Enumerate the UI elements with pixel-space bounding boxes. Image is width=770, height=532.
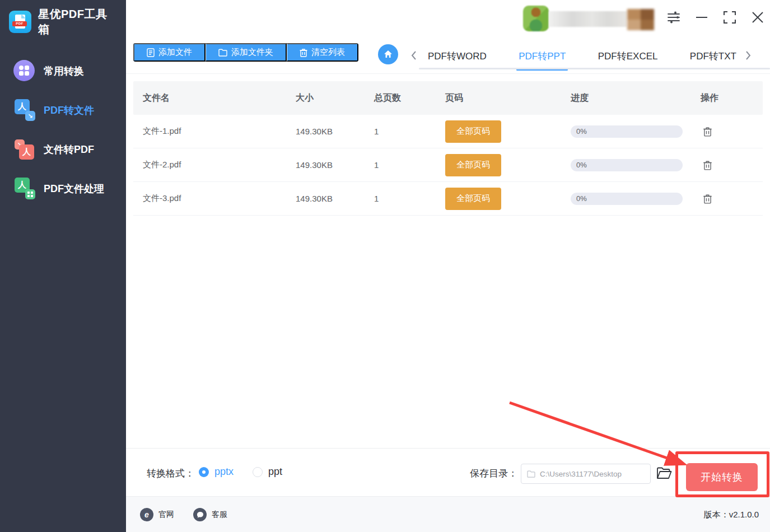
trash-icon <box>703 160 712 170</box>
col-filename: 文件名 <box>143 92 296 104</box>
pdf-process-icon: 人 <box>13 178 36 200</box>
page-range-button[interactable]: 全部页码 <box>445 120 501 143</box>
action-bar: 转换格式： pptx ppt 保存目录： C:\Users\31177\Desk… <box>126 448 770 496</box>
sidebar-item-common-convert[interactable]: 常用转换 <box>0 52 126 91</box>
file-name: 文件-3.pdf <box>143 193 296 204</box>
delete-file-button[interactable] <box>702 159 713 171</box>
tab-pdf-to-excel[interactable]: PDF转EXCEL <box>597 43 659 69</box>
account-blur <box>627 9 654 30</box>
table-row: 文件-1.pdf 149.30KB 1 全部页码 0% <box>133 115 763 148</box>
progress-value: 0% <box>571 194 587 203</box>
radio-unselected-icon <box>253 467 263 477</box>
file-pages: 1 <box>374 194 445 203</box>
col-progress: 进度 <box>571 92 701 104</box>
sidebar-item-label: PDF文件处理 <box>44 182 104 195</box>
file-size: 149.30KB <box>296 160 374 170</box>
tabs-scroll-right-icon[interactable] <box>742 49 754 62</box>
format-label: 转换格式： <box>147 467 194 480</box>
col-actions: 操作 <box>701 92 763 104</box>
chat-bubble-icon <box>193 508 207 521</box>
trash-icon <box>703 194 712 204</box>
delete-file-button[interactable] <box>702 125 713 138</box>
maximize-icon[interactable] <box>722 10 738 25</box>
sidebar-menu: 常用转换 人 ↘ PDF转文件 ↘ 人 文件转PDF 人 <box>0 52 126 208</box>
home-button[interactable] <box>378 44 398 64</box>
folder-icon <box>218 49 227 57</box>
tabs-bar: PDF转WORD PDF转PPT PDF转EXCEL PDF转TXT <box>403 43 770 69</box>
progress-bar: 0% <box>571 193 683 205</box>
version-text: 版本：v2.1.0.0 <box>704 510 759 520</box>
sidebar-item-label: 常用转换 <box>44 64 84 78</box>
delete-file-button[interactable] <box>702 193 713 205</box>
official-site-link[interactable]: e 官网 <box>140 508 174 521</box>
col-size: 大小 <box>296 92 374 104</box>
pdf-to-file-icon: 人 ↘ <box>13 99 36 122</box>
page-range-button[interactable]: 全部页码 <box>445 188 501 210</box>
app-title: 星优PDF工具箱 <box>38 7 118 37</box>
col-pages: 总页数 <box>374 92 445 104</box>
sidebar-item-file-to-pdf[interactable]: ↘ 人 文件转PDF <box>0 130 126 169</box>
avatar <box>523 6 549 31</box>
save-path-field[interactable]: C:\Users\31177\Desktop <box>521 464 651 484</box>
folder-icon <box>527 470 535 478</box>
progress-bar: 0% <box>571 159 683 171</box>
page-range-button[interactable]: 全部页码 <box>445 154 501 176</box>
app-logo-icon: PDF <box>9 11 31 33</box>
file-size: 149.30KB <box>296 194 374 203</box>
col-pagerange: 页码 <box>445 92 571 104</box>
table-row: 文件-3.pdf 149.30KB 1 全部页码 0% <box>133 182 763 216</box>
start-convert-button[interactable]: 开始转换 <box>686 463 758 491</box>
radio-selected-icon <box>199 467 209 477</box>
file-table: 文件名 大小 总页数 页码 进度 操作 文件-1.pdf 149.30KB 1 … <box>133 81 763 216</box>
tabs-underline-track <box>419 68 770 69</box>
tabs: PDF转WORD PDF转PPT PDF转EXCEL PDF转TXT <box>427 43 738 69</box>
trash-icon <box>300 48 307 57</box>
radio-pptx[interactable]: pptx <box>199 466 234 478</box>
add-file-button[interactable]: 添加文件 <box>133 43 206 62</box>
file-pages: 1 <box>374 160 445 170</box>
trash-icon <box>703 127 712 137</box>
clear-list-button[interactable]: 清空列表 <box>287 43 358 62</box>
progress-bar: 0% <box>571 125 683 138</box>
settings-sliders-icon[interactable] <box>666 10 682 25</box>
sidebar-item-pdf-process[interactable]: 人 PDF文件处理 <box>0 169 126 208</box>
customer-service-link[interactable]: 客服 <box>193 508 227 521</box>
app-logo-row: PDF 星优PDF工具箱 <box>0 0 126 35</box>
tab-pdf-to-ppt[interactable]: PDF转PPT <box>517 43 567 69</box>
footer: e 官网 客服 版本：v2.1.0.0 <box>126 496 770 532</box>
main-area: 添加文件 添加文件夹 清空列表 PDF转WORD PDF转PPT PDF转EXC… <box>126 0 770 532</box>
sidebar: PDF 星优PDF工具箱 常用转换 人 ↘ PDF转文件 ↘ <box>0 0 126 532</box>
file-name: 文件-2.pdf <box>143 160 296 170</box>
minimize-icon[interactable] <box>694 10 710 25</box>
globe-e-icon: e <box>140 508 153 521</box>
file-name: 文件-1.pdf <box>143 126 296 137</box>
home-icon <box>383 49 393 59</box>
save-dir-label: 保存目录： <box>470 467 517 480</box>
sidebar-item-label: 文件转PDF <box>44 143 94 156</box>
progress-value: 0% <box>571 127 587 136</box>
file-pages: 1 <box>374 127 445 136</box>
progress-value: 0% <box>571 161 587 169</box>
file-toolbar: 添加文件 添加文件夹 清空列表 <box>133 43 358 62</box>
add-folder-button[interactable]: 添加文件夹 <box>206 43 287 62</box>
file-size: 149.30KB <box>296 127 374 136</box>
tab-pdf-to-word[interactable]: PDF转WORD <box>427 43 488 69</box>
tabs-scroll-left-icon[interactable] <box>408 49 420 62</box>
tab-pdf-to-txt[interactable]: PDF转TXT <box>689 43 738 69</box>
username-blur <box>549 11 627 27</box>
close-icon[interactable] <box>750 10 766 25</box>
file-to-pdf-icon: ↘ 人 <box>13 138 36 161</box>
table-header: 文件名 大小 总页数 页码 进度 操作 <box>133 81 763 115</box>
table-row: 文件-2.pdf 149.30KB 1 全部页码 0% <box>133 148 763 182</box>
header-divider <box>126 73 770 74</box>
sidebar-item-pdf-to-file[interactable]: 人 ↘ PDF转文件 <box>0 91 126 130</box>
user-account-blurred <box>520 3 650 31</box>
app-window: PDF 星优PDF工具箱 常用转换 人 ↘ PDF转文件 ↘ <box>0 0 770 532</box>
radio-ppt[interactable]: ppt <box>253 466 282 478</box>
save-path-value: C:\Users\31177\Desktop <box>540 470 622 478</box>
common-convert-icon <box>13 60 36 82</box>
file-icon <box>147 48 155 57</box>
browse-folder-button[interactable] <box>656 466 672 481</box>
sidebar-item-label: PDF转文件 <box>44 104 94 117</box>
format-radio-group: pptx ppt <box>199 466 282 478</box>
